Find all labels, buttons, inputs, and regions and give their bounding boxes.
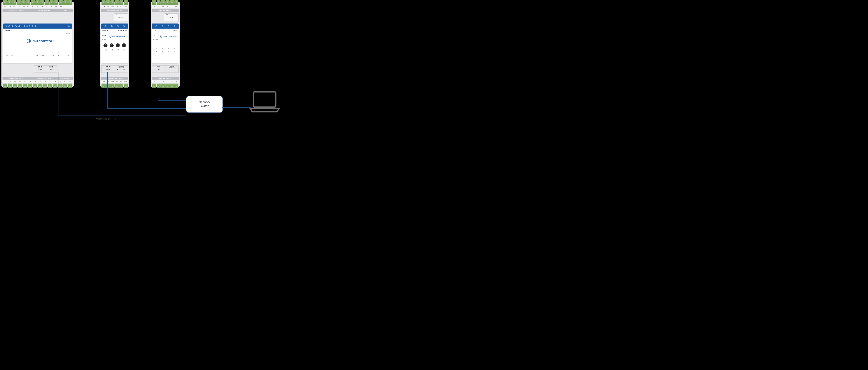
eth1-side: ETH1 ●	[102, 38, 107, 40]
center-plate: U1 U2 U3 U4 U5 I1 I2 I3 I4 I5 COM1 MIX18…	[3, 24, 72, 63]
brand-logo: iSMA CONTROLLI	[109, 35, 127, 38]
top-section-bar: UNIVERSAL INPUTS DIGITAL INPUTS COM1	[3, 9, 72, 12]
on-side: ON ●	[153, 35, 156, 36]
lower-leds: I5I6 I7I8	[153, 47, 178, 50]
lower-led-row: A1A2 A3A4 O1O2 O3O4 ON	[4, 54, 71, 57]
network-switch-label: Network Switch	[198, 101, 210, 108]
lower-led-dots: ●●●●	[153, 50, 178, 53]
top-terminals	[151, 0, 180, 5]
bottom-terminal-labels: A1A2G0 A3A4G0	[101, 80, 128, 83]
bottom-terminals	[1, 84, 74, 88]
lower-led-dots: ●●●● ●●●●●	[4, 58, 71, 60]
led-band: U1 U2 U3 U4	[101, 24, 128, 29]
model-name: 4U4A-H-IP	[118, 30, 127, 32]
bottom-terminal-labels: I5I6G0 I7I8G0	[152, 80, 179, 83]
port-area: ETH1 RJ45 ETH1 RJ45	[34, 65, 57, 73]
bottom-terminals	[100, 84, 129, 88]
svg-rect-0	[253, 92, 276, 107]
led-band: I1 I2 I3 I4	[152, 24, 179, 29]
module-mix18ip: U1U2U3 U4U5G0 I1I2I3 I4I5G0 G0–+ UNIVERS…	[1, 2, 74, 87]
knob-labels: A1A2 A3A4	[102, 49, 127, 51]
logo-icon	[160, 35, 162, 38]
top-terminal-labels: U1U2U3 U4U5G0 I1I2I3 I4I5G0 G0–+	[3, 5, 72, 8]
logo-icon	[27, 39, 31, 43]
brand-logo: iSMACONTROLLI	[27, 39, 56, 43]
bottom-section-bar: DIGITAL INPUTS	[152, 77, 179, 80]
bottom-section-bar: ANALOG OUTPUTS	[101, 77, 128, 80]
top-section-bar: UNIVERSAL INPUTS	[101, 9, 128, 12]
com1-side: COM1 ●	[153, 30, 158, 31]
top-terminal-labels: U1U2G0 U3U4G0	[101, 5, 128, 8]
port-power-row: ETH1RJ45 POWER 24V AC/DC GG0	[101, 65, 128, 73]
knob-a2[interactable]	[110, 44, 114, 47]
model-name: 8I-IP	[174, 30, 177, 32]
led-band: U1 U2 U3 U4 U5 I1 I2 I3 I4 I5 COM1	[3, 24, 72, 29]
top-terminals	[1, 0, 74, 5]
top-terminal-labels: I1I2G0 I3I4G0	[152, 5, 179, 8]
com1-box: G0–+ COM1	[114, 13, 128, 21]
laptop-icon	[248, 90, 281, 115]
center-plate: U1 U2 U3 U4 4U4A-H-IP COM1 ● ON ● ETH1 ●…	[101, 24, 128, 63]
brand-logo: iSMA CONTROLLI	[160, 35, 178, 38]
on-side: ON ●	[102, 35, 106, 36]
com1-side: COM1 ●	[102, 30, 108, 31]
com1-box: G0–+ COM1	[164, 13, 179, 21]
model-row: MIX18-IP	[5, 30, 70, 32]
center-plate: I1 I2 I3 I4 8I-IP COM1 ● ON ● ETH1 ● iSM…	[152, 24, 179, 63]
protocol-label: Modbus TCP/IP	[96, 117, 117, 121]
port-power-row: ETH1RJ45 POWER 24V AC/DC GG0	[152, 65, 179, 73]
eth1-side: ETH1 ●	[153, 38, 158, 40]
knob-a4[interactable]	[122, 44, 126, 47]
eth1-label: ETH1	[66, 33, 70, 34]
logo-icon	[109, 35, 112, 38]
knob-a3[interactable]	[116, 44, 120, 47]
top-section-bar: DIGITAL INPUTS	[152, 9, 179, 12]
model-name: MIX18-IP	[5, 30, 12, 32]
network-switch: Network Switch	[186, 96, 223, 113]
top-terminals	[100, 0, 129, 5]
bottom-terminal-labels: A1A2G0 A3A4G0 O1O2C1 O3O4C2 GG0	[3, 80, 72, 83]
module-8iip: I1I2G0 I3I4G0 DIGITAL INPUTS G0–+ COM1 I…	[151, 2, 180, 87]
knob-row	[102, 44, 127, 47]
bottom-terminals	[151, 84, 180, 88]
knob-a1[interactable]	[103, 44, 107, 47]
module-4u4a: U1U2G0 U3U4G0 UNIVERSAL INPUTS G0–+ COM1…	[100, 2, 129, 87]
bottom-section-bar: ANALOG OUTPUTS DIGITAL OUTPUTS POWER 24V…	[3, 77, 72, 80]
